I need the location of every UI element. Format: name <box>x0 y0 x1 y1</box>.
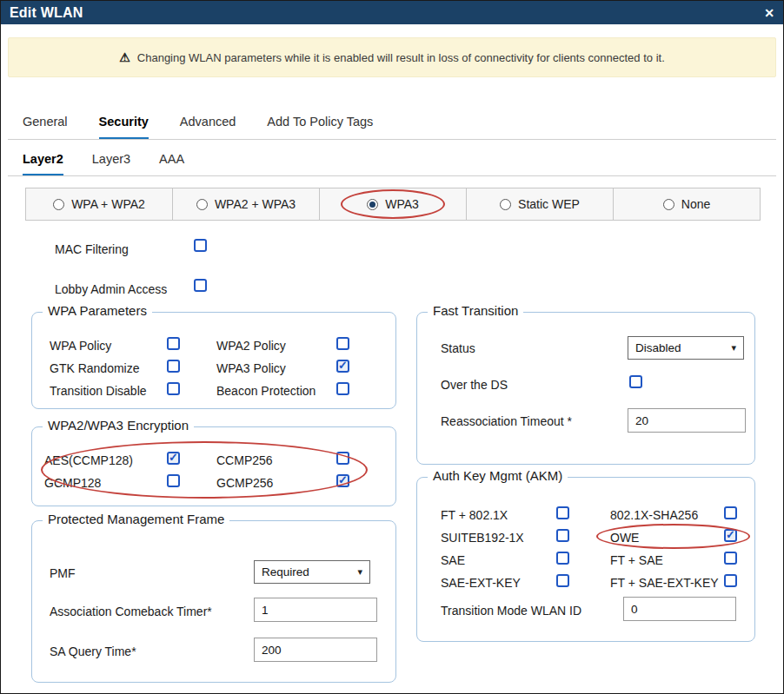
akm-group: Auth Key Mgmt (AKM) FT + 802.1X 802.1X-S… <box>416 477 755 642</box>
edit-wlan-dialog: Edit WLAN ✕ ⚠ Changing WLAN parameters w… <box>0 0 784 694</box>
pmf-group: Protected Management Frame PMF Required … <box>31 520 396 683</box>
wpa3-policy-checkbox[interactable] <box>336 360 349 373</box>
transition-disable-checkbox[interactable] <box>167 382 180 395</box>
tab-layer2[interactable]: Layer2 <box>23 151 63 176</box>
fast-transition-legend: Fast Transition <box>428 303 523 318</box>
tab-layer3[interactable]: Layer3 <box>92 151 130 176</box>
tab-aaa[interactable]: AAA <box>159 151 184 176</box>
dialog-title: Edit WLAN <box>10 5 83 21</box>
wpa-parameters-legend: WPA Parameters <box>43 303 152 318</box>
pmf-legend: Protected Management Frame <box>43 512 229 526</box>
mac-filtering-checkbox[interactable] <box>194 239 207 252</box>
security-sub-tab-bar: Layer2 Layer3 AAA <box>23 151 184 176</box>
wpa2-policy-checkbox[interactable] <box>336 337 349 350</box>
dialog-titlebar: Edit WLAN ✕ <box>1 1 783 24</box>
8021x-sha256-label: 802.1X-SHA256 <box>610 508 698 522</box>
association-comeback-timer-label: Association Comeback Timer* <box>50 605 212 618</box>
sa-query-time-input[interactable] <box>254 638 377 662</box>
sae-ext-key-label: SAE-EXT-KEY <box>441 576 521 590</box>
radio-icon <box>53 199 64 210</box>
status-select[interactable]: Disabled ▾ <box>628 336 744 360</box>
gcmp128-checkbox[interactable] <box>167 474 180 487</box>
tab-general[interactable]: General <box>23 114 68 140</box>
lobby-admin-access-label: Lobby Admin Access <box>55 282 167 296</box>
radio-option-none[interactable]: None <box>614 188 760 220</box>
radio-icon <box>196 199 208 210</box>
warning-banner: ⚠ Changing WLAN parameters while it is e… <box>8 37 776 77</box>
lobby-admin-access-checkbox[interactable] <box>194 279 207 292</box>
warning-icon: ⚠ <box>119 50 130 64</box>
wpa-policy-label: WPA Policy <box>50 339 111 353</box>
transition-disable-label: Transition Disable <box>50 384 147 398</box>
radio-option-wpa3[interactable]: WPA3 <box>320 188 467 220</box>
radio-label: WPA + WPA2 <box>71 197 145 211</box>
aes-ccmp128-checkbox[interactable] <box>167 452 180 465</box>
wpa-parameters-group: WPA Parameters WPA Policy WPA2 Policy GT… <box>31 312 396 409</box>
encryption-legend: WPA2/WPA3 Encryption <box>43 418 194 433</box>
warning-text: Changing WLAN parameters while it is ena… <box>137 51 665 64</box>
radio-option-wpa-wpa2[interactable]: WPA + WPA2 <box>26 188 173 220</box>
aes-ccmp128-label: AES(CCMP128) <box>44 453 133 467</box>
gcmp256-checkbox[interactable] <box>336 474 349 487</box>
wpa3-policy-label: WPA3 Policy <box>216 361 286 375</box>
ft-sae-ext-key-checkbox[interactable] <box>724 574 737 587</box>
encryption-group: WPA2/WPA3 Encryption AES(CCMP128) CCMP25… <box>31 426 396 506</box>
pmf-select-value: Required <box>262 565 309 578</box>
tab-security[interactable]: Security <box>99 114 149 140</box>
main-tab-bar: General Security Advanced Add To Policy … <box>23 114 373 140</box>
radio-label: WPA2 + WPA3 <box>215 197 296 211</box>
chevron-down-icon: ▾ <box>731 342 736 354</box>
pmf-select[interactable]: Required ▾ <box>254 560 370 584</box>
ft-sae-ext-key-label: FT + SAE-EXT-KEY <box>610 576 719 590</box>
suiteb192-1x-label: SUITEB192-1X <box>441 531 524 545</box>
gtk-randomize-checkbox[interactable] <box>167 360 180 373</box>
gcmp128-label: GCMP128 <box>44 476 101 490</box>
radio-option-wpa2-wpa3[interactable]: WPA2 + WPA3 <box>173 188 320 220</box>
sae-checkbox[interactable] <box>556 552 569 565</box>
status-select-value: Disabled <box>635 341 681 354</box>
divider-sub-tabs <box>8 175 776 176</box>
sa-query-time-label: SA Query Time* <box>50 644 136 658</box>
ft-sae-label: FT + SAE <box>610 553 663 567</box>
owe-checkbox[interactable] <box>724 529 737 542</box>
owe-label: OWE <box>610 531 639 545</box>
ccmp256-label: CCMP256 <box>216 453 273 467</box>
wpa-policy-checkbox[interactable] <box>167 337 180 350</box>
chevron-down-icon: ▾ <box>357 566 362 578</box>
wpa2-policy-label: WPA2 Policy <box>216 339 286 353</box>
over-the-ds-checkbox[interactable] <box>629 375 642 388</box>
ft-8021x-label: FT + 802.1X <box>441 508 508 522</box>
akm-legend: Auth Key Mgmt (AKM) <box>428 468 568 483</box>
radio-icon <box>663 199 674 210</box>
sae-ext-key-checkbox[interactable] <box>556 574 569 587</box>
association-comeback-timer-input[interactable] <box>254 598 377 622</box>
security-mode-selector: WPA + WPA2 WPA2 + WPA3 WPA3 Static WEP N… <box>25 188 761 221</box>
transition-mode-wlan-id-label: Transition Mode WLAN ID <box>441 604 581 618</box>
gcmp256-label: GCMP256 <box>216 476 273 490</box>
reassociation-timeout-label: Reassociation Timeout * <box>441 414 572 428</box>
sae-label: SAE <box>441 553 465 567</box>
tab-advanced[interactable]: Advanced <box>180 114 236 140</box>
transition-mode-wlan-id-input[interactable] <box>623 597 736 621</box>
ft-sae-checkbox[interactable] <box>724 552 737 565</box>
mac-filtering-label: MAC Filtering <box>55 242 129 256</box>
radio-option-static-wep[interactable]: Static WEP <box>467 188 614 220</box>
8021x-sha256-checkbox[interactable] <box>724 506 737 519</box>
radio-label: WPA3 <box>385 197 419 211</box>
ft-8021x-checkbox[interactable] <box>556 506 569 519</box>
ccmp256-checkbox[interactable] <box>336 452 349 465</box>
annotation-oval-encryption <box>41 441 368 499</box>
suiteb192-1x-checkbox[interactable] <box>556 529 569 542</box>
pmf-label: PMF <box>50 566 76 580</box>
over-the-ds-label: Over the DS <box>441 378 508 392</box>
beacon-protection-checkbox[interactable] <box>336 382 349 395</box>
close-icon[interactable]: ✕ <box>764 7 774 19</box>
beacon-protection-label: Beacon Protection <box>216 384 316 398</box>
reassociation-timeout-input[interactable] <box>628 408 746 433</box>
status-label: Status <box>441 341 475 355</box>
divider-main-tabs <box>8 139 776 140</box>
gtk-randomize-label: GTK Randomize <box>50 361 139 375</box>
radio-icon <box>367 199 378 210</box>
tab-add-to-policy-tags[interactable]: Add To Policy Tags <box>267 114 373 140</box>
radio-label: None <box>681 197 710 211</box>
